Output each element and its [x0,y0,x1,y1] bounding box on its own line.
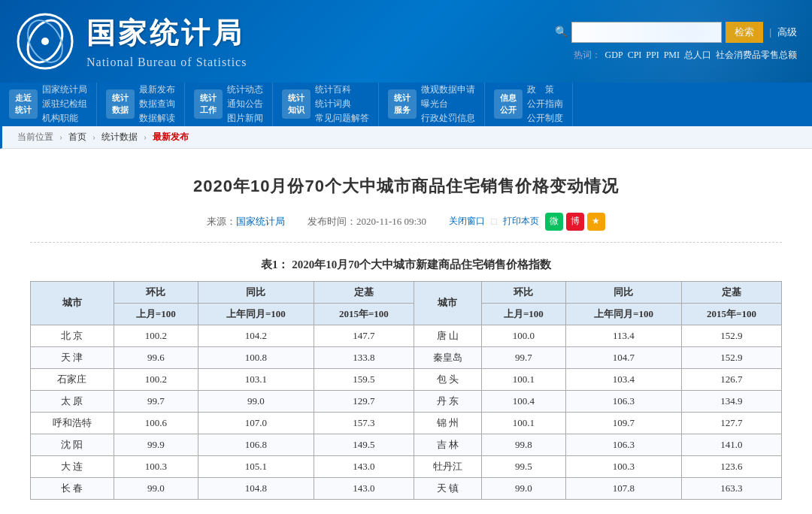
dj-left: 133.8 [314,346,414,368]
breadcrumb-current: 最新发布 [153,132,189,142]
favorite-icon[interactable]: ★ [587,213,605,231]
nav-link-dictionary[interactable]: 统计词典 [315,97,369,111]
breadcrumb-sep3: › [144,132,147,142]
table-row: 石家庄 100.2 103.1 159.5 包 头 100.1 103.4 12… [31,368,782,390]
city-left: 北 京 [31,325,114,346]
hot-label: 热词： [574,49,601,62]
weibo-share-icon[interactable]: 博 [566,213,584,231]
hot-keyword-cpi[interactable]: CPI [628,50,642,61]
city-right: 牡丹江 [414,455,481,477]
nav-link-faq[interactable]: 常见问题解答 [315,111,369,125]
breadcrumb-home[interactable]: 首页 [68,132,86,142]
th-hb-sub-right: 上月=100 [481,303,565,325]
breadcrumb-data[interactable]: 统计数据 [102,132,138,142]
nav-text-data: 最新发布 数据查询 数据解读 [139,83,175,126]
nav-link-encyclopedia[interactable]: 统计百科 [315,83,369,97]
nav-link-policy[interactable]: 政 策 [527,83,563,97]
publish-time: 发布时间：2020-11-16 09:30 [308,215,426,228]
tb-right: 106.3 [565,390,681,412]
search-input[interactable] [571,22,722,43]
table-header-group-row: 城市 环比 同比 定基 城市 环比 同比 定基 [31,281,782,303]
hb-left: 100.2 [114,368,198,390]
header-right: 🔍 检索 | 高级 热词： GDP CPI PPI PMI 总人口 社会消费品零… [555,22,797,62]
nav-link-expose[interactable]: 曝光台 [421,97,475,111]
nav-link-system[interactable]: 公开制度 [527,111,563,125]
dj-left: 143.0 [314,477,414,499]
nav-bar: 走近统计 国家统计局 派驻纪检组 机构职能 统计数据 最新发布 数据查询 数据解… [0,83,812,126]
search-button[interactable]: 检索 [726,22,763,43]
city-right: 锦 州 [414,412,481,434]
source-link[interactable]: 国家统计局 [236,216,285,227]
nav-icon-openinfo: 信息公开 [494,89,523,119]
header-title: 国家统计局 National Bureau of Statistics [86,14,247,69]
hot-keyword-pmi[interactable]: PMI [664,50,680,61]
table-row: 长 春 99.0 104.8 143.0 天 镇 99.0 107.8 163.… [31,477,782,499]
advanced-search-link[interactable]: 高级 [777,26,797,39]
logo-icon [15,11,75,71]
city-left: 呼和浩特 [31,412,114,434]
tb-left: 104.8 [198,477,314,499]
social-icons: 微 博 ★ [545,213,605,231]
hot-keyword-gdp[interactable]: GDP [605,50,623,61]
dj-left: 147.7 [314,325,414,346]
nav-link-dynamics[interactable]: 统计动态 [227,83,263,97]
hb-left: 100.6 [114,412,198,434]
city-right: 秦皇岛 [414,346,481,368]
nav-link-bureau[interactable]: 国家统计局 [42,83,87,97]
nav-item-data[interactable]: 统计数据 最新发布 数据查询 数据解读 [97,83,185,126]
nav-link-interpret[interactable]: 数据解读 [139,111,175,125]
city-left: 天 津 [31,346,114,368]
nav-link-latest[interactable]: 最新发布 [139,83,175,97]
hb-left: 99.7 [114,390,198,412]
tb-right: 100.3 [565,455,681,477]
th-hb-right: 环比 [481,281,565,303]
th-tb-sub-right: 上年同月=100 [565,303,681,325]
nav-item-work[interactable]: 统计工作 统计动态 通知公告 图片新闻 [185,83,273,126]
search-bar: 🔍 检索 | 高级 [555,22,797,43]
hot-keyword-population[interactable]: 总人口 [684,49,711,62]
nav-link-discipline[interactable]: 派驻纪检组 [42,97,87,111]
nav-item-knowledge[interactable]: 统计知识 统计百科 统计词典 常见问题解答 [273,83,379,126]
tb-left: 106.8 [198,434,314,455]
dj-left: 157.3 [314,412,414,434]
nav-link-query[interactable]: 数据查询 [139,97,175,111]
hb-right: 99.5 [481,455,565,477]
nav-link-photos[interactable]: 图片新闻 [227,111,263,125]
hb-right: 100.0 [481,325,565,346]
nav-link-guide[interactable]: 公开指南 [527,97,563,111]
nav-item-service[interactable]: 统计服务 微观数据申请 曝光台 行政处罚信息 [379,83,485,126]
table-row: 天 津 99.6 100.8 133.8 秦皇岛 99.7 104.7 152.… [31,346,782,368]
hot-keyword-retail[interactable]: 社会消费品零售总额 [716,49,797,62]
print-btn[interactable]: 打印本页 [503,215,539,228]
nav-link-microdata[interactable]: 微观数据申请 [421,83,475,97]
wechat-share-icon[interactable]: 微 [545,213,563,231]
hot-keywords: 热词： GDP CPI PPI PMI 总人口 社会消费品零售总额 [574,49,797,62]
nav-link-notices[interactable]: 通知公告 [227,97,263,111]
nav-link-functions[interactable]: 机构职能 [42,111,87,125]
nav-text-work: 统计动态 通知公告 图片新闻 [227,83,263,126]
close-window-btn[interactable]: 关闭窗口 [449,215,485,228]
city-left: 沈 阳 [31,434,114,455]
header-left: 国家统计局 National Bureau of Statistics [15,11,247,71]
dj-left: 143.0 [314,455,414,477]
breadcrumb-sep2: › [92,132,95,142]
tb-left: 100.8 [198,346,314,368]
nav-text-about: 国家统计局 派驻纪检组 机构职能 [42,83,87,126]
hot-keyword-ppi[interactable]: PPI [646,50,659,61]
tb-right: 106.3 [565,434,681,455]
hb-left: 99.0 [114,477,198,499]
nav-item-openinfo[interactable]: 信息公开 政 策 公开指南 公开制度 [485,83,573,126]
city-left: 石家庄 [31,368,114,390]
city-right: 丹 东 [414,390,481,412]
tb-left: 107.0 [198,412,314,434]
tb-right: 107.8 [565,477,681,499]
city-right: 天 镇 [414,477,481,499]
meta-sep: □ [491,216,497,228]
dj-right: 152.9 [681,325,781,346]
table-row: 大 连 100.3 105.1 143.0 牡丹江 99.5 100.3 123… [31,455,782,477]
hb-right: 99.8 [481,434,565,455]
nav-item-about[interactable]: 走近统计 国家统计局 派驻纪检组 机构职能 [0,83,97,126]
dj-right: 134.9 [681,390,781,412]
dj-left: 129.7 [314,390,414,412]
nav-link-penalty[interactable]: 行政处罚信息 [421,111,475,125]
